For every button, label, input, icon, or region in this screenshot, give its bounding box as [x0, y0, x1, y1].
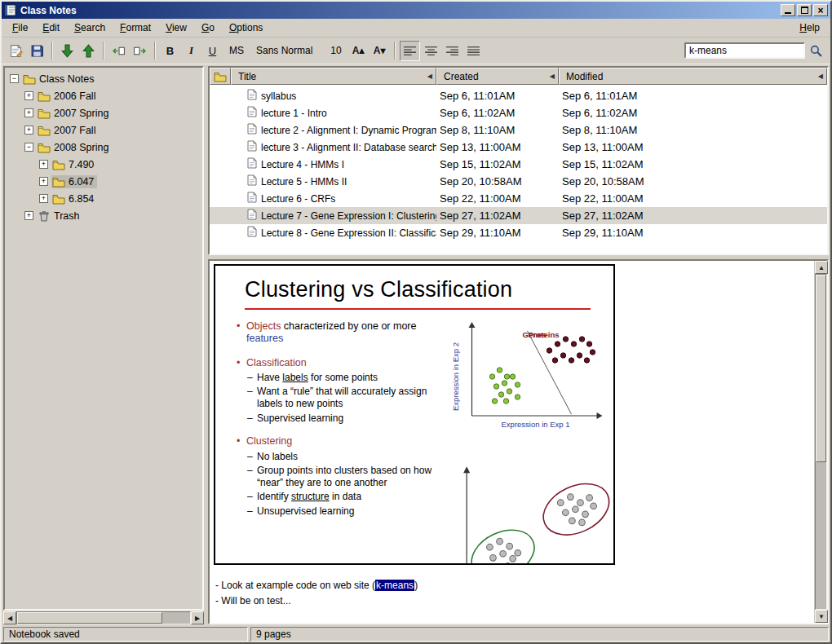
tree-item-7-490[interactable]: +7.490 — [5, 156, 202, 173]
titlebar: Class Notes × — [2, 2, 830, 19]
tree-item-label: Class Notes — [39, 73, 94, 85]
slide-bullet: –No labels — [247, 451, 442, 463]
minimize-button[interactable] — [781, 4, 795, 16]
column-header-created[interactable]: Created ◀ — [436, 68, 559, 85]
list-row[interactable]: Lecture 6 - CRFsSep 22, 11:00AMSep 22, 1… — [210, 190, 827, 207]
close-button[interactable]: × — [813, 4, 828, 16]
menu-file[interactable]: File — [5, 20, 35, 36]
list-header-icon-button[interactable] — [210, 68, 231, 85]
expand-toggle-icon[interactable]: + — [39, 194, 48, 203]
outdent-node-button[interactable] — [108, 41, 129, 61]
scroll-thumb[interactable] — [816, 275, 826, 462]
save-button[interactable] — [27, 41, 47, 61]
indent-node-button[interactable] — [130, 41, 150, 61]
align-center-icon — [424, 44, 438, 58]
tree-item-trash[interactable]: +Trash — [5, 207, 202, 224]
list-row[interactable]: Lecture 4 - HMMs ISep 15, 11:02AMSep 15,… — [210, 156, 827, 173]
move-down-button[interactable] — [57, 41, 77, 61]
tree-item-2007-fall[interactable]: +2007 Fall — [5, 121, 202, 139]
font-increase-button[interactable]: A▴ — [348, 41, 369, 61]
bold-button[interactable]: B — [160, 41, 180, 61]
sort-arrow-icon[interactable]: ◀ — [550, 73, 555, 80]
column-header-modified[interactable]: Modified ◀ — [559, 68, 827, 85]
font-name-select[interactable]: Sans Normal — [250, 45, 324, 56]
modified-date: Sep 8, 11:10AM — [559, 124, 827, 136]
expand-toggle-icon[interactable]: + — [24, 126, 33, 135]
menu-edit[interactable]: Edit — [35, 20, 67, 36]
tree-item-label: 2006 Fall — [54, 90, 95, 102]
sidebar-horizontal-scrollbar[interactable]: ◀ ▶ — [3, 611, 204, 624]
list-row[interactable]: lecture 2 - Alignment I: Dynamic Program… — [210, 121, 827, 139]
search-button[interactable] — [806, 41, 826, 61]
created-date: Sep 27, 11:02AM — [436, 210, 559, 222]
expand-toggle-icon[interactable]: + — [39, 177, 48, 186]
note-title: Lecture 8 - Gene Expression II: Classifi… — [261, 227, 436, 239]
expand-toggle-icon[interactable]: + — [24, 211, 33, 220]
list-row[interactable]: Lecture 8 - Gene Expression II: Classifi… — [210, 224, 827, 241]
slide-bullet: –Unsupervised learning — [247, 505, 442, 518]
folder-icon — [52, 193, 65, 205]
tree-item-6-047[interactable]: +6.047 — [5, 173, 202, 190]
expand-toggle-icon[interactable]: + — [24, 91, 33, 100]
created-date: Sep 15, 11:02AM — [436, 158, 559, 170]
move-up-button[interactable] — [78, 41, 99, 61]
tree-item-6-854[interactable]: +6.854 — [5, 190, 202, 207]
underline-button[interactable]: U — [202, 41, 223, 61]
app-window: Class Notes × FileEditSearchFormatViewGo… — [0, 0, 832, 644]
note-content-panel: Clustering vs Classification •Objects ch… — [208, 259, 829, 624]
menu-help[interactable]: Help — [792, 20, 827, 36]
expand-toggle-icon[interactable]: + — [39, 160, 48, 169]
collapse-toggle-icon[interactable]: − — [24, 143, 33, 152]
menu-go[interactable]: Go — [194, 20, 222, 36]
list-row[interactable]: Lecture 7 - Gene Expression I: Clusterin… — [210, 207, 827, 224]
folder-icon — [38, 125, 51, 136]
align-justify-button[interactable] — [463, 41, 484, 61]
align-left-button[interactable] — [400, 41, 420, 61]
sort-arrow-icon[interactable]: ◀ — [427, 73, 432, 80]
new-note-button[interactable] — [6, 41, 26, 61]
italic-button[interactable]: I — [181, 41, 201, 61]
align-right-button[interactable] — [442, 41, 462, 61]
scroll-track[interactable] — [16, 611, 191, 624]
note-page-icon — [247, 123, 257, 137]
note-page-icon — [247, 106, 257, 120]
menu-format[interactable]: Format — [113, 20, 158, 36]
folder-icon — [52, 159, 65, 170]
scroll-up-button[interactable]: ▲ — [815, 261, 828, 274]
note-editor[interactable]: Clustering vs Classification •Objects ch… — [210, 261, 814, 623]
content-vertical-scrollbar[interactable]: ▲ ▼ — [814, 261, 827, 623]
menu-view[interactable]: View — [158, 20, 194, 36]
note-page-icon — [247, 89, 257, 103]
tree-item-2006-fall[interactable]: +2006 Fall — [5, 87, 202, 104]
list-row[interactable]: syllabusSep 6, 11:01AMSep 6, 11:01AM — [210, 87, 827, 104]
tree-item-class-notes[interactable]: −Class Notes — [5, 70, 202, 87]
tree-item-2007-spring[interactable]: +2007 Spring — [5, 104, 202, 121]
sort-arrow-icon[interactable]: ◀ — [818, 73, 823, 80]
scroll-thumb[interactable] — [17, 612, 162, 624]
menu-search[interactable]: Search — [67, 20, 113, 36]
scroll-left-button[interactable]: ◀ — [3, 611, 16, 624]
search-input[interactable] — [684, 42, 805, 59]
font-size-select[interactable]: 10 — [325, 45, 347, 56]
modified-date: Sep 6, 11:02AM — [559, 107, 827, 119]
align-center-button[interactable] — [421, 41, 441, 61]
scroll-track[interactable] — [815, 274, 827, 610]
note-page-icon — [247, 192, 257, 205]
list-row[interactable]: lecture 3 - Alignment II: Database searc… — [210, 139, 827, 156]
list-row[interactable]: Lecture 5 - HMMs IISep 20, 10:58AMSep 20… — [210, 173, 827, 190]
expand-toggle-icon[interactable]: + — [24, 108, 33, 117]
scroll-right-button[interactable]: ▶ — [191, 611, 204, 624]
tree-item-2008-spring[interactable]: −2008 Spring — [5, 139, 202, 156]
collapse-toggle-icon[interactable]: − — [10, 74, 19, 83]
menu-options[interactable]: Options — [222, 20, 270, 36]
maximize-button[interactable] — [797, 4, 812, 16]
column-header-title[interactable]: Title ◀ — [231, 68, 436, 85]
list-row[interactable]: lecture 1 - IntroSep 6, 11:02AMSep 6, 11… — [210, 104, 827, 121]
font-decrease-button[interactable]: A▾ — [370, 41, 390, 61]
scroll-down-button[interactable]: ▼ — [815, 610, 828, 623]
window-title: Class Notes — [20, 5, 779, 16]
created-date: Sep 6, 11:02AM — [436, 107, 559, 119]
app-icon — [4, 4, 17, 16]
svg-text:Proteins: Proteins — [529, 330, 560, 339]
align-right-icon — [445, 44, 459, 58]
